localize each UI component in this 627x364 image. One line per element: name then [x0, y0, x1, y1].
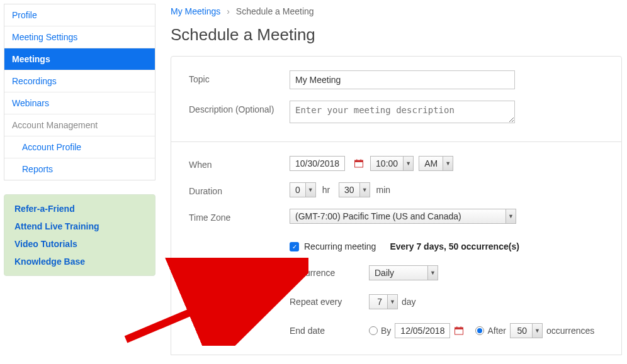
duration-hours-unit: hr	[322, 185, 330, 195]
description-input[interactable]	[290, 101, 515, 123]
svg-rect-6	[456, 327, 458, 329]
recurring-summary: Every 7 days, 50 occurrence(s)	[390, 241, 519, 251]
end-date-label: End date	[290, 326, 369, 336]
promo-link-kb[interactable]: Knowledge Base	[14, 256, 145, 267]
repeat-label: Repeat every	[290, 297, 369, 307]
sidebar-item-account-management: Account Management	[4, 114, 155, 136]
sidebar-item-profile[interactable]: Profile	[4, 4, 155, 26]
end-after-label: After	[487, 326, 506, 336]
description-label: Description (Optional)	[189, 101, 290, 114]
repeat-unit: day	[402, 297, 416, 307]
topic-input[interactable]	[290, 70, 515, 89]
calendar-icon[interactable]	[354, 158, 364, 168]
repeat-every-select[interactable]: 7▼	[369, 294, 398, 309]
page-title: Schedule a Meeting	[171, 25, 622, 45]
chevron-right-icon: ›	[227, 6, 230, 16]
promo-link-refer[interactable]: Refer-a-Friend	[14, 204, 145, 214]
topic-label: Topic	[189, 70, 290, 84]
end-after-radio[interactable]	[475, 326, 484, 335]
sidebar-item-webinars[interactable]: Webinars	[4, 92, 155, 114]
end-after-unit: occurrences	[546, 326, 594, 336]
when-date-input[interactable]: 10/30/2018	[290, 156, 345, 171]
svg-rect-7	[461, 327, 462, 329]
recurring-checkbox[interactable]: ✓	[290, 242, 299, 251]
promo-link-tutorials[interactable]: Video Tutorials	[14, 239, 145, 249]
sidebar-item-recordings[interactable]: Recordings	[4, 70, 155, 92]
calendar-icon[interactable]	[454, 326, 464, 336]
sidebar-nav: Profile Meeting Settings Meetings Record…	[4, 4, 155, 180]
sidebar-item-meetings[interactable]: Meetings	[4, 48, 155, 70]
duration-mins-select[interactable]: 30▼	[339, 182, 370, 197]
duration-label: Duration	[189, 182, 290, 196]
svg-rect-2	[356, 160, 358, 162]
svg-rect-1	[355, 160, 363, 162]
breadcrumb-current: Schedule a Meeting	[236, 6, 314, 16]
end-by-label: By	[381, 326, 391, 336]
when-label: When	[189, 156, 290, 170]
sidebar-item-reports[interactable]: Reports	[4, 158, 155, 180]
breadcrumb-parent[interactable]: My Meetings	[171, 6, 220, 16]
end-by-date-input[interactable]: 12/05/2018	[395, 323, 450, 338]
promo-link-training[interactable]: Attend Live Training	[14, 221, 145, 231]
promo-box: Refer-a-Friend Attend Live Training Vide…	[4, 194, 155, 276]
recurring-label: Recurring meeting	[304, 241, 376, 251]
sidebar-item-meeting-settings[interactable]: Meeting Settings	[4, 26, 155, 48]
when-time-select[interactable]: 10:00▼	[370, 156, 414, 171]
end-after-count-select[interactable]: 50▼	[510, 323, 543, 338]
svg-rect-3	[361, 160, 362, 162]
end-by-radio[interactable]	[369, 326, 378, 335]
breadcrumb: My Meetings › Schedule a Meeting	[171, 6, 622, 16]
timezone-label: Time Zone	[189, 209, 290, 223]
sidebar-item-account-profile[interactable]: Account Profile	[4, 136, 155, 158]
schedule-form: Topic Description (Optional) When	[171, 56, 622, 355]
duration-mins-unit: min	[376, 185, 391, 195]
recurrence-select[interactable]: Daily▼	[369, 265, 438, 280]
svg-rect-5	[455, 328, 463, 329]
recurrence-label: Recurrence	[290, 268, 369, 278]
when-ampm-select[interactable]: AM▼	[419, 156, 453, 171]
timezone-select[interactable]: (GMT-7:00) Pacific Time (US and Canada)▼	[290, 209, 516, 224]
duration-hours-select[interactable]: 0▼	[290, 182, 316, 197]
